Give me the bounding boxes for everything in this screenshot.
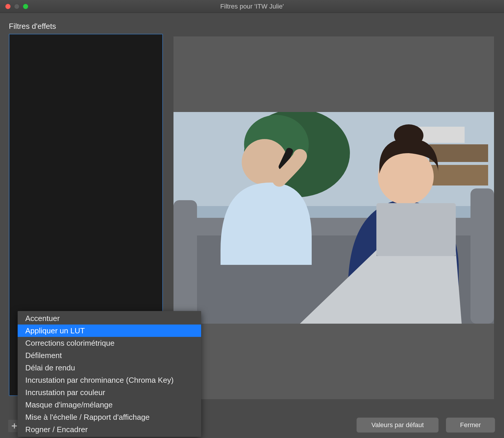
menu-item[interactable]: Rogner / Encadrer: [18, 423, 201, 436]
preview-panel: [173, 36, 494, 399]
svg-rect-7: [429, 144, 488, 162]
menu-item[interactable]: Mise à l'échelle / Rapport d'affichage: [18, 411, 201, 423]
menu-item[interactable]: Incrustation par chrominance (Chroma Key…: [18, 374, 201, 386]
menu-item[interactable]: Délai de rendu: [18, 362, 201, 374]
menu-item[interactable]: Appliquer un LUT: [18, 325, 201, 337]
plus-icon: [11, 422, 18, 430]
svg-rect-9: [418, 127, 465, 143]
menu-item[interactable]: Accentuer: [18, 312, 201, 325]
footer-buttons: Valeurs par défaut Fermer: [356, 417, 495, 433]
sidebar-title: Filtres d'effets: [9, 22, 163, 31]
svg-rect-13: [470, 188, 494, 324]
close-button[interactable]: Fermer: [446, 417, 495, 433]
menu-item[interactable]: Incrustation par couleur: [18, 386, 201, 399]
defaults-button[interactable]: Valeurs par défaut: [356, 417, 439, 433]
preview-image: [173, 112, 494, 324]
add-filter-menu[interactable]: AccentuerAppliquer un LUTCorrections col…: [18, 311, 201, 437]
svg-rect-12: [173, 200, 197, 324]
svg-rect-18: [376, 203, 456, 256]
menu-item[interactable]: Défilement: [18, 349, 201, 362]
menu-item[interactable]: Masque d'image/mélange: [18, 399, 201, 411]
titlebar: Filtres pour 'ITW Julie': [0, 0, 504, 13]
svg-point-17: [394, 124, 423, 147]
window-body: Filtres d'effets: [0, 13, 504, 438]
window-title: Filtres pour 'ITW Julie': [0, 3, 504, 10]
menu-item[interactable]: Corrections colorimétrique: [18, 337, 201, 349]
